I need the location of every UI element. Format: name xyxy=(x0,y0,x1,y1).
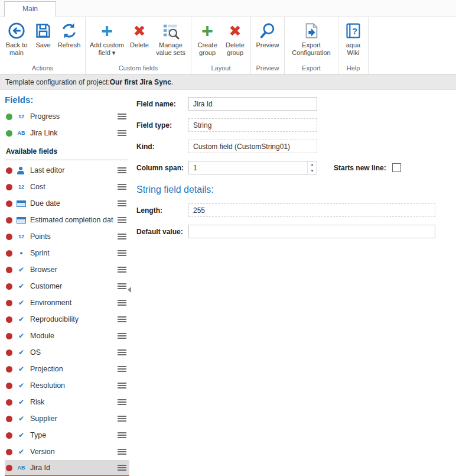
field-name-input[interactable] xyxy=(188,97,317,111)
back-icon xyxy=(8,20,25,41)
status-dot xyxy=(6,114,12,120)
default-value-input[interactable] xyxy=(188,225,435,238)
preview-button[interactable]: Preview xyxy=(253,19,282,63)
starts-new-line-checkbox[interactable] xyxy=(392,163,401,172)
refresh-button[interactable]: Refresh xyxy=(55,19,83,63)
drag-handle-icon[interactable] xyxy=(118,217,126,224)
field-row[interactable]: 12 Progress xyxy=(5,108,129,125)
drag-handle-icon[interactable] xyxy=(118,383,126,389)
drag-handle-icon[interactable] xyxy=(118,234,126,240)
field-label: Type xyxy=(30,431,113,439)
field-type-icon: AB xyxy=(17,130,26,136)
kind-input xyxy=(188,140,317,153)
status-dot xyxy=(6,333,12,339)
save-button[interactable]: Save xyxy=(31,19,55,63)
ribbon-group-label: Export xyxy=(285,63,338,74)
status-dot xyxy=(6,316,12,323)
delete-field-button[interactable]: ✖ Delete xyxy=(126,19,152,63)
starts-new-line-label: Starts new line: xyxy=(334,164,386,172)
drag-handle-icon[interactable] xyxy=(118,316,126,323)
field-row[interactable]: ✔ Supplier xyxy=(5,410,129,427)
field-label: Risk xyxy=(30,398,113,406)
field-row[interactable]: ✔ Browser xyxy=(5,261,129,278)
splitter-collapse-arrow-icon[interactable] xyxy=(128,287,131,293)
field-row[interactable]: ✔ Resolution xyxy=(5,377,129,394)
status-dot xyxy=(6,416,12,422)
field-type-input xyxy=(188,118,317,132)
drag-handle-icon[interactable] xyxy=(118,200,126,207)
drag-handle-icon[interactable] xyxy=(118,465,126,471)
field-row[interactable]: AB Jira Id xyxy=(5,460,129,476)
value-sets-icon xyxy=(162,20,180,41)
field-name-label: Field name: xyxy=(136,100,188,108)
field-type-icon: ✔ xyxy=(17,415,26,423)
aqua-wiki-button[interactable]: ? aqua Wiki xyxy=(340,19,366,63)
field-row[interactable]: Last editor xyxy=(5,162,129,179)
drag-handle-icon[interactable] xyxy=(118,333,126,339)
drag-handle-icon[interactable] xyxy=(118,366,126,373)
drag-handle-icon[interactable] xyxy=(118,114,126,120)
ribbon-group-export: Export Configuration Export xyxy=(285,17,338,74)
status-dot xyxy=(6,399,12,406)
status-dot xyxy=(6,184,12,190)
field-type-icon: ✔ xyxy=(17,398,26,406)
field-row[interactable]: ✔ Version xyxy=(5,443,129,460)
save-icon xyxy=(35,20,51,41)
field-row[interactable]: AB Jira Link xyxy=(5,125,129,141)
ribbon-group-label: Preview xyxy=(251,63,284,74)
export-configuration-button[interactable]: Export Configuration xyxy=(286,19,336,63)
drag-handle-icon[interactable] xyxy=(118,283,126,290)
field-row[interactable]: ✔ Type xyxy=(5,427,129,443)
column-span-input[interactable] xyxy=(188,161,317,174)
field-label: Version xyxy=(30,448,113,456)
drag-handle-icon[interactable] xyxy=(118,399,126,406)
delete-group-button[interactable]: ✖ Delete group xyxy=(222,19,249,63)
ribbon-group-layout: + Create group ✖ Delete group Layout xyxy=(191,17,251,74)
manage-value-sets-button[interactable]: Manage value sets xyxy=(152,19,189,63)
spinner-down-icon[interactable]: ▼ xyxy=(308,168,317,174)
drag-handle-icon[interactable] xyxy=(118,250,126,257)
field-row[interactable]: ✔ Customer xyxy=(5,278,129,294)
drag-handle-icon[interactable] xyxy=(118,449,126,455)
ribbon-group-label: Layout xyxy=(191,63,250,74)
field-row[interactable]: Estimated completion date xyxy=(5,212,129,228)
field-row[interactable]: 12 Cost xyxy=(5,179,129,195)
tab-main[interactable]: Main xyxy=(4,1,56,17)
button-label: Manage value sets xyxy=(154,41,188,57)
spinner-up-icon[interactable]: ▲ xyxy=(308,161,317,168)
drag-handle-icon[interactable] xyxy=(118,130,126,137)
field-row[interactable]: ✔ OS xyxy=(5,344,129,361)
drag-handle-icon[interactable] xyxy=(118,184,126,190)
button-label: Add custom field ▾ xyxy=(89,41,125,57)
field-row[interactable]: ✔ Reproducibility xyxy=(5,311,129,328)
field-row[interactable]: ✔ Projection xyxy=(5,361,129,377)
drag-handle-icon[interactable] xyxy=(118,300,126,306)
field-row[interactable]: ● Sprint xyxy=(5,245,129,261)
title-suffix: . xyxy=(171,78,173,86)
length-input[interactable] xyxy=(188,203,435,217)
add-custom-field-button[interactable]: + Add custom field ▾ xyxy=(87,19,126,63)
spinner-buttons: ▲ ▼ xyxy=(307,161,317,174)
drag-handle-icon[interactable] xyxy=(118,432,126,439)
field-row[interactable]: ✔ Risk xyxy=(5,394,129,410)
back-to-main-button[interactable]: Back to main xyxy=(2,19,31,63)
drag-handle-icon[interactable] xyxy=(118,267,126,273)
field-label: Module xyxy=(30,332,113,340)
refresh-icon xyxy=(60,20,78,41)
field-row[interactable]: Due date xyxy=(5,195,129,212)
kind-label: Kind: xyxy=(136,143,188,151)
create-group-button[interactable]: + Create group xyxy=(193,19,222,63)
field-row[interactable]: ✔ Module xyxy=(5,328,129,344)
field-type-icon: AB xyxy=(17,465,26,471)
field-row[interactable]: 12 Points xyxy=(5,228,129,245)
drag-handle-icon[interactable] xyxy=(118,167,126,174)
drag-handle-icon[interactable] xyxy=(118,349,126,356)
field-label: Estimated completion date xyxy=(30,216,113,224)
status-dot xyxy=(6,130,12,137)
drag-handle-icon[interactable] xyxy=(118,416,126,422)
button-label: Refresh xyxy=(58,41,81,49)
field-row[interactable]: ✔ Environment xyxy=(5,294,129,311)
field-label: Reproducibility xyxy=(30,315,113,323)
field-type-icon: ✔ xyxy=(17,431,26,439)
template-config-title-bar: Template configuration of project: Our f… xyxy=(0,75,456,90)
